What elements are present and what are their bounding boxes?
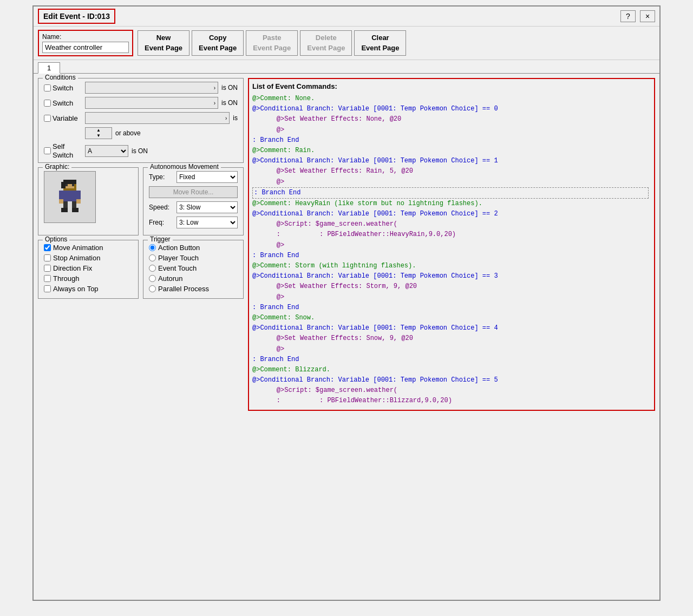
through-checkbox[interactable] — [44, 275, 51, 282]
switch1-input[interactable]: › — [85, 82, 218, 94]
switch2-suffix: is ON — [221, 99, 238, 107]
parallel-process-radio[interactable] — [149, 285, 156, 292]
speed-select[interactable]: 1: Slowest 2: Slower 3: Slow 4: Fast 5: … — [176, 201, 238, 213]
name-section: Name: — [38, 30, 133, 56]
main-content: Conditions Switch › is ON Sw — [34, 73, 659, 415]
window-title: Edit Event - ID:013 — [38, 9, 115, 24]
self-switch-row: SelfSwitch A B C D is ON — [44, 142, 238, 159]
title-bar: Edit Event - ID:013 ? × — [34, 6, 659, 27]
cmd-line-16: : Branch End — [252, 251, 649, 261]
trigger-parallel: Parallel Process — [149, 285, 238, 293]
move-route-button: Move Route... — [149, 186, 238, 198]
sprite-svg — [57, 180, 83, 214]
speed-label: Speed: — [149, 204, 173, 211]
speed-row: Speed: 1: Slowest 2: Slower 3: Slow 4: F… — [149, 201, 238, 213]
direction-fix-checkbox[interactable] — [44, 265, 51, 272]
action-button-label: Action Button — [158, 244, 200, 252]
option-move-animation: Move Animation — [44, 244, 133, 252]
commands-header: List of Event Commands: — [252, 82, 651, 90]
variable-checkbox[interactable] — [44, 115, 51, 122]
svg-rect-5 — [61, 182, 66, 188]
switch2-input[interactable]: › — [85, 97, 218, 109]
trigger-group: Trigger Action Button Player Touch Event… — [143, 240, 244, 299]
copy-event-page-button[interactable]: CopyEvent Page — [192, 30, 244, 55]
close-button[interactable]: × — [640, 10, 655, 22]
self-switch-checkbox[interactable] — [44, 147, 51, 154]
right-panel: List of Event Commands: @>Comment: None.… — [248, 78, 655, 411]
freq-row: Freq: 1: Lowest 2: Lower 3: Low 4: High … — [149, 217, 238, 228]
svg-rect-6 — [63, 191, 76, 201]
autorun-radio[interactable] — [149, 275, 156, 282]
cmd-line-15: @> — [252, 240, 649, 251]
paste-event-page-button[interactable]: PasteEvent Page — [246, 30, 298, 55]
graphic-group: Graphic: — [38, 167, 139, 235]
svg-rect-3 — [72, 184, 74, 186]
cmd-line-14: : : PBFieldWeather::HeavyRain,9.0,20) — [252, 230, 649, 240]
bottom-left: Graphic: — [38, 167, 244, 235]
autorun-label: Autorun — [158, 274, 183, 283]
condition-switch1-row: Switch › is ON — [44, 82, 238, 94]
trigger-player-touch: Player Touch — [149, 254, 238, 262]
cmd-line-13: @>Script: $game_screen.weather( — [252, 219, 649, 230]
cmd-line-8: @>Set Weather Effects: Rain, 5, @20 — [252, 166, 649, 176]
switch1-checkbox-label[interactable]: Switch — [44, 84, 82, 92]
cmd-line-30: : : PBFieldWeather::Blizzard,9.0,20) — [252, 396, 649, 406]
delete-event-page-button[interactable]: DeleteEvent Page — [300, 30, 352, 55]
graphic-label: Graphic: — [43, 163, 71, 171]
spinner-down[interactable]: ▼ — [86, 133, 112, 139]
variable-checkbox-label[interactable]: Variable — [44, 114, 82, 122]
stop-animation-label: Stop Animation — [53, 254, 100, 262]
cmd-line-1: @>Comment: None. — [252, 94, 649, 104]
commands-list[interactable]: @>Comment: None. @>Conditional Branch: V… — [252, 94, 651, 407]
event-touch-radio[interactable] — [149, 265, 156, 272]
freq-select[interactable]: 1: Lowest 2: Lower 3: Low 4: High 5: Hig… — [176, 217, 238, 228]
variable-input[interactable]: › — [85, 112, 230, 124]
left-panel: Conditions Switch › is ON Sw — [38, 78, 244, 411]
svg-rect-14 — [72, 208, 79, 212]
switch2-label: Switch — [53, 99, 73, 107]
trigger-group-label: Trigger — [148, 235, 173, 243]
cmd-line-18: @>Conditional Branch: Variable [0001: Te… — [252, 271, 649, 281]
cmd-line-10: : Branch End — [252, 187, 649, 199]
option-direction-fix: Direction Fix — [44, 264, 133, 272]
graphic-box[interactable] — [44, 171, 96, 223]
options-group: Options Move Animation Stop Animation Di… — [38, 240, 139, 299]
clear-event-page-button[interactable]: ClearEvent Page — [354, 30, 406, 55]
move-animation-checkbox[interactable] — [44, 244, 51, 251]
option-stop-animation: Stop Animation — [44, 254, 133, 262]
switch2-checkbox-label[interactable]: Switch — [44, 99, 82, 107]
tabs-bar: 1 — [34, 60, 659, 73]
self-switch-label[interactable]: SelfSwitch — [44, 142, 82, 159]
tab-1[interactable]: 1 — [38, 62, 60, 74]
always-on-top-checkbox[interactable] — [44, 285, 51, 292]
cmd-line-5: : Branch End — [252, 135, 649, 146]
variable-spinner[interactable]: ▲ ▼ — [85, 127, 112, 139]
svg-rect-9 — [59, 199, 63, 204]
help-button[interactable]: ? — [620, 10, 636, 22]
action-button-radio[interactable] — [149, 244, 156, 251]
cmd-line-24: @>Set Weather Effects: Snow, 9, @20 — [252, 333, 649, 344]
self-switch-select[interactable]: A B C D — [85, 145, 128, 157]
self-switch-suffix: is ON — [132, 147, 148, 155]
cmd-line-9: @> — [252, 177, 649, 187]
cmd-line-4: @> — [252, 125, 649, 135]
toolbar-buttons: NewEvent Page CopyEvent Page PasteEvent … — [138, 30, 406, 55]
option-always-on-top: Always on Top — [44, 285, 133, 293]
title-controls: ? × — [620, 10, 655, 22]
conditions-group: Conditions Switch › is ON Sw — [38, 78, 244, 163]
name-input[interactable] — [42, 42, 129, 53]
cmd-line-26: : Branch End — [252, 355, 649, 365]
spinner-up[interactable]: ▲ — [86, 128, 112, 133]
type-select[interactable]: Fixed Random Approach Custom — [176, 171, 238, 183]
stop-animation-checkbox[interactable] — [44, 254, 51, 261]
player-touch-radio[interactable] — [149, 254, 156, 261]
svg-rect-2 — [66, 184, 68, 186]
switch1-suffix: is ON — [221, 84, 238, 91]
switch1-checkbox[interactable] — [44, 84, 51, 91]
title-text: Edit Event - ID:013 — [43, 12, 110, 21]
cmd-line-2: @>Conditional Branch: Variable [0001: Te… — [252, 104, 649, 114]
switch2-checkbox[interactable] — [44, 100, 51, 107]
new-event-page-button[interactable]: NewEvent Page — [138, 30, 189, 55]
trigger-action: Action Button — [149, 244, 238, 252]
trigger-event-touch: Event Touch — [149, 264, 238, 272]
